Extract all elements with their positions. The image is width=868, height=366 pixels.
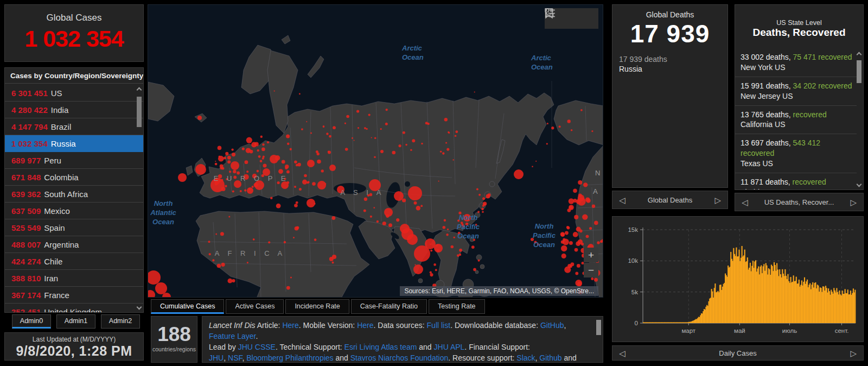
case-dot[interactable] <box>569 198 574 204</box>
case-dot[interactable] <box>600 240 603 243</box>
case-dot[interactable] <box>356 110 359 112</box>
case-dot[interactable] <box>531 238 534 241</box>
case-dot[interactable] <box>532 166 533 167</box>
case-dot[interactable] <box>454 237 455 238</box>
case-dot[interactable] <box>287 142 290 145</box>
case-dot[interactable] <box>276 204 281 209</box>
country-row[interactable]: 424 274Chile <box>5 253 143 270</box>
case-dot[interactable] <box>224 157 226 160</box>
case-dot[interactable] <box>246 148 251 153</box>
case-dot[interactable] <box>278 169 283 174</box>
info-scrollbar[interactable] <box>596 318 602 361</box>
info-link[interactable]: JHU APL <box>434 343 465 351</box>
case-dot[interactable] <box>453 159 454 160</box>
case-dot[interactable] <box>570 265 572 268</box>
case-dot[interactable] <box>589 227 592 230</box>
country-row[interactable]: 4 280 422India <box>5 102 143 118</box>
case-dot[interactable] <box>482 197 485 200</box>
case-dot[interactable] <box>444 219 446 222</box>
case-dot[interactable] <box>371 137 372 138</box>
case-dot[interactable] <box>354 140 355 141</box>
case-dot[interactable] <box>575 272 578 275</box>
case-dot[interactable] <box>234 180 241 188</box>
country-row[interactable]: 352 451United Kingdom <box>5 304 143 312</box>
case-dot[interactable] <box>434 244 443 253</box>
case-dot[interactable] <box>567 226 570 230</box>
case-dot[interactable] <box>323 125 325 128</box>
case-dot[interactable] <box>591 130 593 132</box>
case-dot[interactable] <box>268 241 270 243</box>
state-entry[interactable]: 13 697 deaths, 543 412 recoveredTexas US <box>735 134 857 173</box>
case-dot[interactable] <box>408 186 422 200</box>
case-dot[interactable] <box>247 262 248 263</box>
case-dot[interactable] <box>430 271 432 273</box>
case-dot[interactable] <box>195 164 206 175</box>
world-map[interactable]: Arctic OceanArctic OceanNorth Atlantic O… <box>148 4 603 298</box>
carousel-left-icon[interactable]: ◁ <box>742 198 748 206</box>
case-dot[interactable] <box>374 156 376 159</box>
case-dot[interactable] <box>376 220 379 223</box>
case-dot[interactable] <box>267 141 269 143</box>
case-dot[interactable] <box>407 234 418 245</box>
case-dot[interactable] <box>314 238 317 241</box>
case-dot[interactable] <box>576 280 582 286</box>
case-dot[interactable] <box>455 130 458 133</box>
case-dot[interactable] <box>220 232 224 236</box>
map-tab-testing-rate[interactable]: Testing Rate <box>429 299 484 314</box>
case-dot[interactable] <box>473 239 475 241</box>
case-dot[interactable] <box>219 156 221 158</box>
case-dot[interactable] <box>403 131 405 134</box>
case-dot[interactable] <box>270 197 273 199</box>
case-dot[interactable] <box>476 188 478 190</box>
case-dot[interactable] <box>575 248 578 252</box>
case-dot[interactable] <box>399 144 401 147</box>
case-dot[interactable] <box>444 118 448 121</box>
case-dot[interactable] <box>274 91 275 92</box>
case-dot[interactable] <box>471 245 475 249</box>
case-dot[interactable] <box>302 180 307 185</box>
case-dot[interactable] <box>580 109 583 111</box>
case-dot[interactable] <box>561 254 566 258</box>
case-dot[interactable] <box>307 160 315 167</box>
case-dot[interactable] <box>459 249 462 252</box>
case-dot[interactable] <box>569 241 573 245</box>
case-dot[interactable] <box>358 127 359 129</box>
case-dot[interactable] <box>231 161 239 170</box>
case-dot[interactable] <box>245 160 248 164</box>
case-dot[interactable] <box>573 232 578 237</box>
case-dot[interactable] <box>482 205 484 207</box>
case-dot[interactable] <box>306 121 307 122</box>
info-link[interactable]: JHU <box>209 354 224 362</box>
case-dot[interactable] <box>583 182 588 187</box>
case-dot[interactable] <box>299 188 302 191</box>
case-dot[interactable] <box>197 116 202 120</box>
case-dot[interactable] <box>155 282 167 294</box>
admin-tab-admin0[interactable]: Admin0 <box>12 314 51 329</box>
case-dot[interactable] <box>574 215 578 219</box>
case-dot[interactable] <box>592 205 595 208</box>
scrollbar-thumb[interactable] <box>137 97 142 127</box>
case-dot[interactable] <box>451 245 454 249</box>
case-dot[interactable] <box>321 169 324 172</box>
case-dot[interactable] <box>257 149 259 152</box>
case-dot[interactable] <box>440 150 442 153</box>
case-dot[interactable] <box>240 190 242 192</box>
case-dot[interactable] <box>286 134 290 138</box>
case-dot[interactable] <box>261 148 265 152</box>
case-dot[interactable] <box>559 125 561 128</box>
case-dot[interactable] <box>463 226 464 228</box>
case-dot[interactable] <box>215 234 217 235</box>
case-dot[interactable] <box>370 216 372 218</box>
case-dot[interactable] <box>465 223 468 225</box>
case-dot[interactable] <box>388 223 392 227</box>
case-dot[interactable] <box>369 193 373 197</box>
case-dot[interactable] <box>413 264 423 274</box>
case-dot[interactable] <box>178 173 187 182</box>
case-dot[interactable] <box>237 172 240 175</box>
case-dot[interactable] <box>328 151 331 154</box>
carousel-left-icon[interactable]: ◁ <box>619 349 626 357</box>
case-dot[interactable] <box>247 187 253 194</box>
case-dot[interactable] <box>263 168 270 176</box>
case-dot[interactable] <box>332 255 336 259</box>
case-dot[interactable] <box>581 243 584 245</box>
